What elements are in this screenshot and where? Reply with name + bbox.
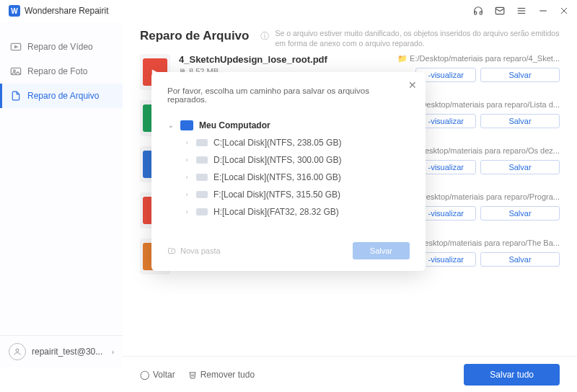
caret-right-icon: › [183,156,190,164]
tree-disk[interactable]: › H:[Local Disk](FAT32, 28.32 GB) [183,203,410,220]
disk-icon [196,208,208,215]
tree-disk[interactable]: › C:[Local Disk](NTFS, 238.05 GB) [183,134,410,151]
modal-save-button[interactable]: Salvar [353,242,410,259]
caret-right-icon: › [183,191,190,198]
new-folder-label: Nova pasta [180,246,221,255]
disk-label: D:[Local Disk](NTFS, 300.00 GB) [213,155,341,165]
modal-title: Por favor, escolha um caminho para salva… [167,86,410,104]
caret-right-icon: › [183,139,190,146]
disk-label: E:[Local Disk](NTFS, 316.00 GB) [213,172,341,182]
modal-footer: Nova pasta Salvar [167,242,410,259]
caret-right-icon: › [183,208,190,215]
folder-tree: ⌄ Meu Computador › C:[Local Disk](NTFS, … [167,117,410,220]
disk-label: F:[Local Disk](NTFS, 315.50 GB) [213,190,340,200]
disk-icon [196,139,208,146]
disk-label: H:[Local Disk](FAT32, 28.32 GB) [213,207,339,217]
save-path-modal: ✕ Por favor, escolha um caminho para sal… [151,72,426,271]
disk-icon [196,174,208,181]
modal-overlay: ✕ Por favor, escolha um caminho para sal… [0,0,577,392]
new-folder-icon [167,246,176,255]
tree-disk[interactable]: › D:[Local Disk](NTFS, 300.00 GB) [183,151,410,169]
disk-icon [196,191,208,198]
caret-right-icon: › [183,174,190,181]
disk-icon [196,156,208,164]
computer-icon [180,120,193,130]
tree-disk[interactable]: › E:[Local Disk](NTFS, 316.00 GB) [183,169,410,186]
tree-root[interactable]: ⌄ Meu Computador [167,117,410,134]
caret-down-icon: ⌄ [167,122,175,129]
modal-close-icon[interactable]: ✕ [408,79,417,91]
disk-label: C:[Local Disk](NTFS, 238.05 GB) [213,138,341,148]
tree-disk[interactable]: › F:[Local Disk](NTFS, 315.50 GB) [183,186,410,203]
tree-root-label: Meu Computador [199,120,270,130]
new-folder-button[interactable]: Nova pasta [167,246,221,255]
